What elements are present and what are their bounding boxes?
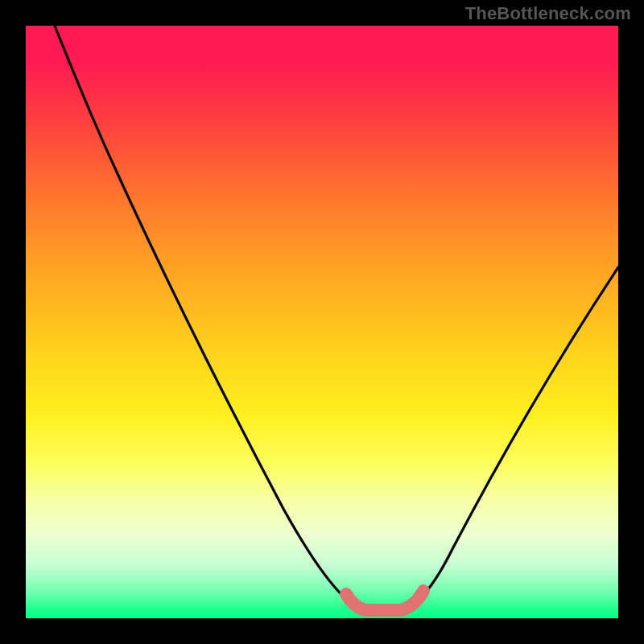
plot-area (26, 26, 618, 618)
watermark-text: TheBottleneck.com (465, 3, 631, 24)
chart-frame: TheBottleneck.com (0, 0, 644, 644)
chart-svg (26, 26, 618, 618)
bottleneck-curve-path (55, 26, 618, 610)
valley-marker (346, 591, 423, 610)
